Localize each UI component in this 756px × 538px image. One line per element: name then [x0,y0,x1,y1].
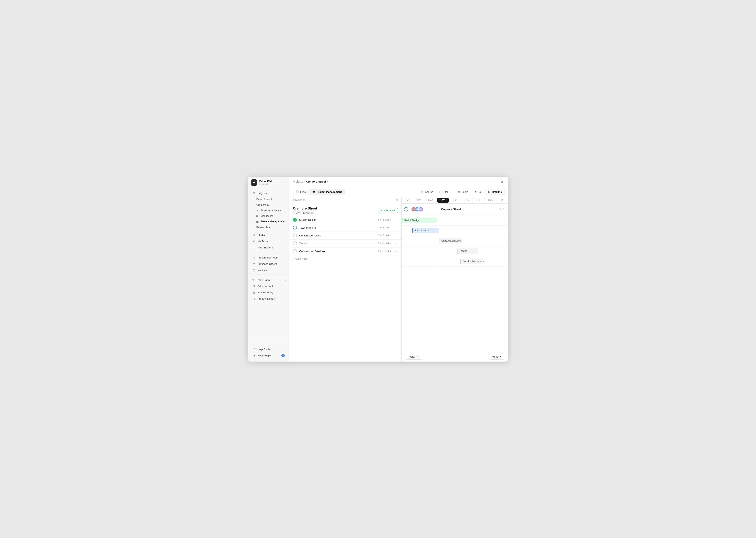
app-body: VK Velora Klein Alice Lee ▾ ⊞ Projects ›… [248,177,508,361]
month-button[interactable]: Month ▾ [489,354,504,359]
sidebar-item-projects[interactable]: ⊞ Projects [249,190,288,196]
breadcrumb-chevron-icon: ▾ [327,181,328,183]
add-phase-button[interactable]: + Add Phase [289,255,402,262]
breadcrumb-parent[interactable]: Projects [293,180,303,183]
sidebar-item-benson-ave[interactable]: › Benson Ave [248,225,289,230]
gantt-project-date: Jul 8 [499,208,504,211]
invoice-icon: ▢ [252,269,256,272]
breadcrumb-current[interactable]: Cremore Street ▾ [306,180,328,183]
filter-button[interactable]: ⊟ Filter [437,189,450,194]
sidebar-item-procurement-hub[interactable]: ⊙ Procurement Hub [249,254,288,261]
user-chevron-icon: ▾ [285,181,286,184]
filter-icon: ⊟ [439,190,441,193]
phase-row-sketch-design[interactable]: ✓ Sketch Design 5 of 5 tasks ··· [289,216,402,224]
timeline-month-sep: SE [496,197,508,203]
files-button[interactable]: 📄 Files [293,189,308,195]
project-avatars: VK AL MR [411,207,423,212]
gantt-row-construction-docs: Construction Docs [402,236,508,246]
status-chevron-icon: ▾ [394,209,395,212]
sidebar-item-demo-project[interactable]: › Demo Project [248,196,289,202]
sidebar-item-project-management[interactable]: ▣ Project Management [249,219,288,224]
filter-label: Filter [442,190,448,193]
gantt-row-tender: Tender [402,246,508,256]
sidebar-item-purchase-orders[interactable]: ▤ Purchase Orders [249,261,288,267]
phase-tasks-construction-docs: 0 of 3 tasks [378,234,391,237]
phase-row-tender[interactable]: Tender 0 of 4 tasks ··· [289,240,402,247]
chevron-right-icon: › [251,197,255,201]
project-list-panel: PROJECTS ☐ Cremore Street TOWN PLANNING … [289,197,402,361]
studio-icon: ◈ [252,233,256,237]
phase-check-sketch-design: ✓ [293,218,297,222]
sidebar-item-studio[interactable]: ◈ Studio [249,232,288,238]
timeline-month-today: TODAY [437,198,449,203]
grid-icon: ⊞ [252,191,256,195]
sidebar-item-label: Studio [258,234,265,237]
sidebar-item-address-book[interactable]: ◎ Address Book [249,283,288,289]
chevron-down-icon: › [251,203,255,206]
today-button[interactable]: Today T [405,354,422,359]
sidebar-item-label: Trade Portal [256,279,270,282]
content-area: PROJECTS ☐ Cremore Street TOWN PLANNING … [289,197,508,361]
user-profile[interactable]: VK Velora Klein Alice Lee ▾ [248,177,289,188]
phase-check-tender [293,242,297,245]
more-options-button[interactable]: ··· [492,179,497,184]
gantt-bar-label-tender: Tender [460,250,467,252]
info-icon: i [381,209,385,212]
phase-row-construction-docs[interactable]: Construction Docs 0 of 3 tasks ··· [289,232,402,240]
timeline-panel: JAN FEB MAR TODAY MAY JUN JUL AUG SE [402,197,508,361]
phase-more-town-planning[interactable]: ··· [393,225,398,230]
phase-name-construction-docs: Construction Docs [299,234,378,237]
phase-more-tender[interactable]: ··· [393,241,398,246]
timeline-view-button[interactable]: ⊟ Timeline [486,189,504,195]
phase-more-construction-docs[interactable]: ··· [393,233,398,238]
sidebar-item-label: Purchase Orders [258,262,277,265]
project-status-button[interactable]: i Active ▾ [379,208,398,213]
gantt-row-sketch-design: Sketch Design [402,215,508,226]
timeline-project-row: i VK AL MR Cremore Street Jul 8 [402,204,508,215]
gantt-bar-construction-docs: Construction Docs [439,238,462,243]
topbar: Projects / Cremore Street ▾ ··· ⧉ [289,177,508,187]
sidebar-item-label: Procurement Hub [258,256,278,259]
today-kbd: T [416,355,419,358]
gantt-cols-cdocs: Construction Docs [402,236,508,246]
toolbar: 📄 Files ▤ Project Management 🔍 Search ⊟ … [289,187,508,197]
sidebar-item-my-tasks[interactable]: ✓ My Tasks [249,238,288,244]
product-icon: ▥ [252,297,256,300]
phase-more-sketch-design[interactable]: ··· [393,218,398,222]
project-management-button[interactable]: ▤ Project Management [310,189,345,195]
sidebar-item-label: Moodboard [261,215,273,217]
sidebar-item-label: Help Guide [258,348,270,351]
sidebar-item-time-tracking[interactable]: ⏱ Time Tracking [249,244,288,250]
search-label: Search [425,190,433,193]
sidebar-item-label: Time Tracking [258,246,274,249]
layout-toggle-button[interactable]: ⧉ [499,179,504,184]
sidebar-item-trade-portal[interactable]: ⬡ Trade Portal ▾ [248,277,289,283]
sidebar-item-cremore-st[interactable]: › Cremore St [248,202,289,208]
list-view-button[interactable]: ≡ List [473,189,484,194]
sidebar-item-invoices[interactable]: ▢ Invoices [249,267,288,273]
sidebar-item-product-library[interactable]: ▥ Product Library [249,296,288,302]
sidebar-item-image-library[interactable]: ▨ Image Library [249,289,288,296]
phase-more-construction-services[interactable]: ··· [393,249,398,253]
sidebar-item-furniture-schedule[interactable]: ≡ Furniture Schedule [249,208,288,213]
search-button[interactable]: 🔍 Search [419,189,435,194]
breadcrumb-current-text: Cremore Street [306,180,326,183]
chevron-right-icon: › [251,226,255,229]
phase-tasks-tender: 0 of 4 tasks [378,242,391,245]
timeline-months: JAN FEB MAR TODAY MAY JUN JUL AUG SE [402,197,508,203]
phase-name-sketch-design: Sketch Design [299,218,378,221]
board-view-button[interactable]: ▦ Board [456,189,471,194]
sidebar-item-need-help[interactable]: ▣ Need Help? 4 [249,352,288,358]
sidebar: VK Velora Klein Alice Lee ▾ ⊞ Projects ›… [248,177,289,361]
sidebar-item-moodboard[interactable]: ▦ Moodboard [249,213,288,219]
app-window: VK Velora Klein Alice Lee ▾ ⊞ Projects ›… [248,177,508,361]
breadcrumb: Projects / Cremore Street ▾ [293,180,328,183]
gantt-bar-tender: Tender [457,248,478,254]
sidebar-item-help-guide[interactable]: ? Help Guide [249,346,288,352]
phase-row-construction-services[interactable]: Construction Services 0 of 3 tasks ··· [289,247,402,255]
list-label: List [477,190,481,193]
gantt-cols-sketch: Sketch Design [402,215,508,225]
project-list-header: PROJECTS ☐ [289,197,402,204]
phase-row-town-planning[interactable]: Town Planning 1 of 3 tasks ··· [289,224,402,232]
help-icon: ? [252,348,256,351]
